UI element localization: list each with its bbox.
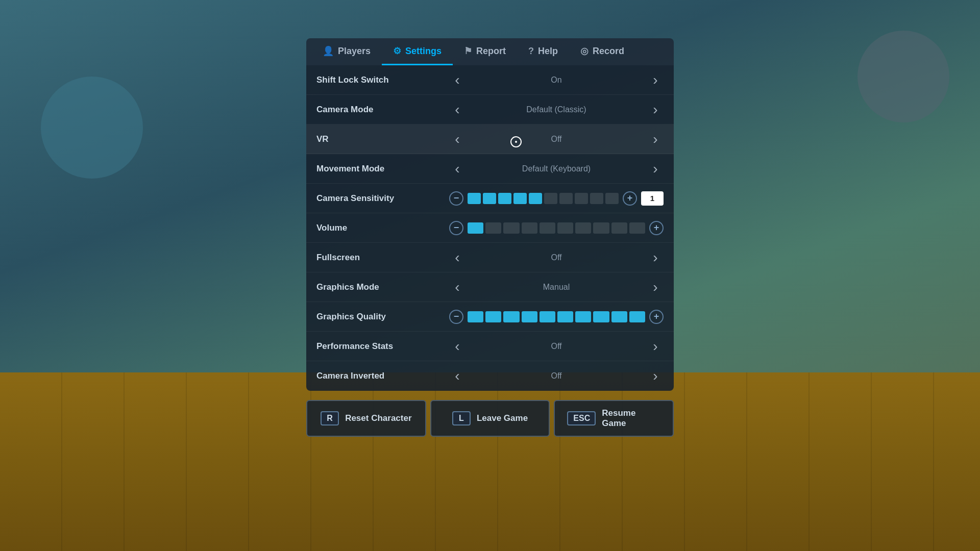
setting-label-vr: VR: [316, 134, 449, 144]
report-tab-label: Report: [476, 46, 506, 57]
slider-segment-graphics-quality-5: [557, 311, 573, 322]
slider-segment-camera-sensitivity-5: [544, 193, 557, 204]
slider-segment-graphics-quality-7: [593, 311, 609, 322]
slider-input-camera-sensitivity[interactable]: [641, 191, 664, 206]
setting-left-arrow-camera-mode[interactable]: ‹: [449, 102, 465, 118]
slider-segment-volume-5: [557, 222, 573, 234]
tab-help[interactable]: ?Help: [517, 39, 569, 65]
setting-right-arrow-movement-mode[interactable]: ›: [647, 161, 664, 177]
setting-row-performance-stats: Performance Stats‹Off›: [306, 332, 674, 361]
tab-settings[interactable]: ⚙Settings: [382, 38, 453, 65]
action-button-reset-character[interactable]: RReset Character: [306, 400, 426, 437]
setting-value-performance-stats: Off: [472, 342, 641, 351]
slider-control-volume: −+: [449, 221, 664, 235]
setting-value-camera-inverted: Off: [472, 371, 641, 381]
record-tab-icon: ◎: [580, 45, 589, 57]
slider-segment-camera-sensitivity-4: [529, 193, 542, 204]
slider-plus-camera-sensitivity[interactable]: +: [623, 191, 637, 206]
setting-label-movement-mode: Movement Mode: [316, 164, 449, 174]
setting-value-graphics-mode: Manual: [472, 283, 641, 292]
tab-bar: 👤Players⚙Settings⚑Report?Help◎Record: [306, 38, 674, 65]
setting-control-camera-mode: ‹Default (Classic)›: [449, 102, 664, 118]
setting-control-graphics-mode: ‹Manual›: [449, 279, 664, 295]
key-badge-leave-game: L: [452, 411, 471, 425]
setting-label-camera-inverted: Camera Inverted: [316, 371, 449, 381]
settings-panel-container: 👤Players⚙Settings⚑Report?Help◎Record Shi…: [306, 38, 674, 437]
setting-value-vr: Off: [472, 135, 641, 144]
slider-segment-volume-4: [540, 222, 555, 234]
record-tab-label: Record: [593, 46, 624, 57]
setting-row-vr: VR‹Off›: [306, 124, 674, 154]
setting-right-arrow-fullscreen[interactable]: ›: [647, 249, 664, 266]
setting-control-performance-stats: ‹Off›: [449, 338, 664, 355]
setting-row-graphics-mode: Graphics Mode‹Manual›: [306, 272, 674, 302]
slider-minus-graphics-quality[interactable]: −: [449, 310, 463, 324]
setting-left-arrow-fullscreen[interactable]: ‹: [449, 249, 465, 266]
setting-right-arrow-performance-stats[interactable]: ›: [647, 338, 664, 355]
slider-segment-camera-sensitivity-2: [498, 193, 511, 204]
tab-record[interactable]: ◎Record: [569, 38, 635, 65]
slider-segment-camera-sensitivity-0: [468, 193, 481, 204]
slider-control-graphics-quality: −+: [449, 310, 664, 324]
slider-segment-graphics-quality-0: [468, 311, 483, 322]
help-tab-label: Help: [538, 46, 558, 57]
action-label-reset-character: Reset Character: [345, 413, 411, 423]
setting-right-arrow-graphics-mode[interactable]: ›: [647, 279, 664, 295]
slider-minus-volume[interactable]: −: [449, 221, 463, 235]
tab-report[interactable]: ⚑Report: [453, 38, 517, 65]
players-tab-icon: 👤: [323, 45, 334, 57]
action-button-leave-game[interactable]: LLeave Game: [430, 400, 550, 437]
slider-track-camera-sensitivity[interactable]: [468, 193, 619, 204]
slider-segment-volume-2: [503, 222, 519, 234]
slider-track-graphics-quality[interactable]: [468, 311, 645, 322]
setting-label-volume: Volume: [316, 223, 449, 233]
slider-segment-camera-sensitivity-6: [559, 193, 573, 204]
slider-segment-graphics-quality-6: [575, 311, 591, 322]
action-button-resume-game[interactable]: ESCResume Game: [554, 400, 674, 437]
action-label-leave-game: Leave Game: [477, 413, 528, 423]
setting-label-camera-sensitivity: Camera Sensitivity: [316, 193, 449, 204]
setting-left-arrow-shift-lock-switch[interactable]: ‹: [449, 72, 465, 88]
setting-right-arrow-shift-lock-switch[interactable]: ›: [647, 72, 664, 88]
slider-segment-volume-3: [522, 222, 537, 234]
setting-label-fullscreen: Fullscreen: [316, 253, 449, 263]
setting-left-arrow-performance-stats[interactable]: ‹: [449, 338, 465, 355]
setting-left-arrow-graphics-mode[interactable]: ‹: [449, 279, 465, 295]
setting-control-vr: ‹Off›: [449, 131, 664, 147]
setting-row-camera-mode: Camera Mode‹Default (Classic)›: [306, 95, 674, 124]
setting-label-shift-lock-switch: Shift Lock Switch: [316, 75, 449, 85]
setting-label-performance-stats: Performance Stats: [316, 341, 449, 352]
slider-plus-graphics-quality[interactable]: +: [649, 310, 664, 324]
slider-segment-graphics-quality-3: [522, 311, 537, 322]
action-buttons: RReset CharacterLLeave GameESCResume Gam…: [306, 400, 674, 437]
tab-players[interactable]: 👤Players: [311, 38, 382, 65]
setting-value-camera-mode: Default (Classic): [472, 105, 641, 114]
setting-left-arrow-camera-inverted[interactable]: ‹: [449, 368, 465, 384]
slider-minus-camera-sensitivity[interactable]: −: [449, 191, 463, 206]
setting-row-movement-mode: Movement Mode‹Default (Keyboard)›: [306, 154, 674, 184]
setting-label-graphics-quality: Graphics Quality: [316, 312, 449, 322]
slider-track-volume[interactable]: [468, 222, 645, 234]
setting-value-fullscreen: Off: [472, 253, 641, 262]
slider-plus-volume[interactable]: +: [649, 221, 664, 235]
slider-segment-camera-sensitivity-7: [575, 193, 588, 204]
slider-segment-graphics-quality-2: [503, 311, 519, 322]
help-tab-icon: ?: [528, 46, 534, 57]
setting-right-arrow-camera-inverted[interactable]: ›: [647, 368, 664, 384]
setting-left-arrow-vr[interactable]: ‹: [449, 131, 465, 147]
setting-right-arrow-camera-mode[interactable]: ›: [647, 102, 664, 118]
settings-tab-icon: ⚙: [393, 45, 401, 57]
slider-segment-volume-1: [485, 222, 501, 234]
slider-segment-camera-sensitivity-9: [605, 193, 619, 204]
setting-right-arrow-vr[interactable]: ›: [647, 131, 664, 147]
setting-left-arrow-movement-mode[interactable]: ‹: [449, 161, 465, 177]
key-badge-resume-game: ESC: [567, 411, 596, 425]
slider-segment-volume-8: [611, 222, 627, 234]
setting-row-graphics-quality: Graphics Quality−+: [306, 302, 674, 332]
players-tab-label: Players: [338, 46, 371, 57]
setting-row-volume: Volume−+: [306, 213, 674, 243]
slider-segment-volume-0: [468, 222, 483, 234]
slider-segment-graphics-quality-4: [540, 311, 555, 322]
slider-segment-graphics-quality-8: [611, 311, 627, 322]
settings-tab-label: Settings: [405, 46, 442, 57]
